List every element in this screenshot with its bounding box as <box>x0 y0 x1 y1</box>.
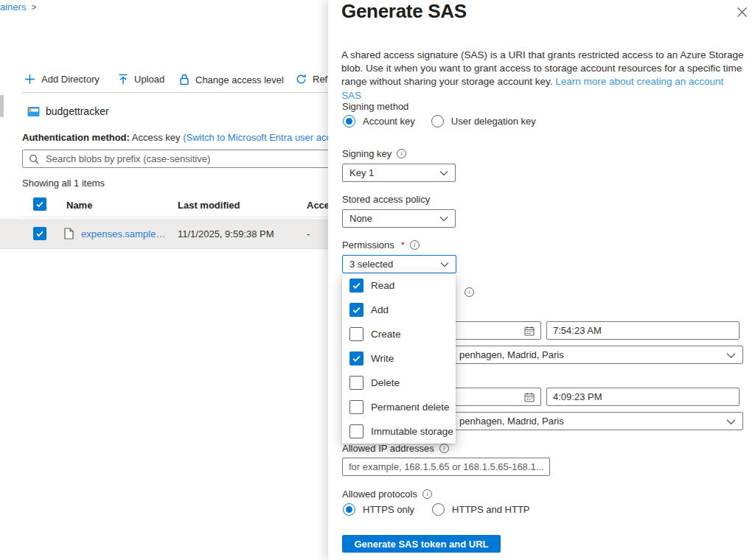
chevron-down-icon <box>726 352 736 359</box>
upload-button[interactable]: Upload <box>118 74 164 85</box>
upload-icon <box>118 74 128 85</box>
info-icon[interactable]: i <box>397 149 406 158</box>
auth-method-label: Authentication method: <box>22 132 130 143</box>
permission-option-delete[interactable]: Delete <box>342 371 456 395</box>
auth-method-value: Access key <box>132 132 181 143</box>
check-icon <box>352 305 361 315</box>
column-header-access[interactable]: Acce <box>307 200 328 211</box>
breadcrumb-containers-link[interactable]: ainers <box>0 1 26 13</box>
stored-access-policy-label: Stored access policy <box>342 194 430 205</box>
panel-title: Generate SAS <box>341 0 467 23</box>
calendar-icon[interactable] <box>524 326 535 336</box>
chevron-down-icon <box>439 216 448 222</box>
permission-option-label: Add <box>371 304 389 315</box>
permission-option-permanent-delete[interactable]: Permanent delete <box>342 395 456 419</box>
blob-search-input[interactable] <box>46 153 328 164</box>
allowed-protocols-label: Allowed protocols i <box>342 489 432 500</box>
info-icon[interactable]: i <box>439 444 449 453</box>
https-and-http-radio[interactable] <box>432 503 445 516</box>
signing-key-value: Key 1 <box>349 167 374 178</box>
change-access-level-label: Change access level <box>195 74 284 85</box>
column-header-last-modified[interactable]: Last modified <box>178 200 240 211</box>
container-name: budgettracker <box>46 105 109 117</box>
user-delegation-key-radio[interactable] <box>431 115 444 127</box>
delete-checkbox[interactable] <box>349 376 363 390</box>
chevron-down-icon <box>440 262 449 267</box>
pane-edge-scrollbar[interactable] <box>0 95 4 117</box>
allowed-ip-input[interactable] <box>342 458 550 476</box>
permanent-delete-checkbox[interactable] <box>349 400 363 414</box>
close-panel-button[interactable] <box>734 4 749 19</box>
permissions-label: Permissions* i <box>342 239 420 251</box>
breadcrumb-separator: > <box>31 2 36 13</box>
switch-auth-link[interactable]: (Switch to Microsoft Entra user acc <box>183 132 328 143</box>
https-only-radio[interactable] <box>343 503 355 516</box>
expiry-time-input[interactable] <box>546 388 740 406</box>
permission-option-create[interactable]: Create <box>342 322 456 346</box>
info-icon[interactable]: i <box>422 489 432 499</box>
account-key-radio[interactable] <box>343 115 355 127</box>
blob-search-box[interactable] <box>22 150 328 168</box>
row-checkbox[interactable] <box>33 227 46 240</box>
refresh-icon <box>296 74 307 85</box>
allowed-ip-label: Allowed IP addresses i <box>342 443 449 454</box>
blob-table-header: Name Last modified Acce <box>22 195 328 217</box>
signing-key-select[interactable]: Key 1 <box>342 164 456 182</box>
chevron-down-icon <box>439 170 448 176</box>
https-only-label: HTTPS only <box>363 504 414 515</box>
search-icon <box>29 154 39 164</box>
add-directory-label: Add Directory <box>41 74 100 85</box>
generate-sas-button[interactable]: Generate SAS token and URL <box>342 535 501 553</box>
add-directory-button[interactable]: Add Directory <box>24 74 100 85</box>
close-icon <box>737 7 748 18</box>
permissions-value: 3 selected <box>349 259 393 270</box>
https-and-http-label: HTTPS and HTTP <box>452 504 529 515</box>
stored-access-policy-select[interactable]: None <box>342 209 456 228</box>
permission-option-label: Read <box>371 280 394 291</box>
user-delegation-key-label: User delegation key <box>451 116 536 127</box>
write-checkbox[interactable] <box>349 351 363 365</box>
required-asterisk: * <box>401 239 405 251</box>
blob-file-icon <box>64 228 74 239</box>
check-icon <box>35 229 44 238</box>
immutable-storage-checkbox[interactable] <box>349 424 363 438</box>
signing-key-label-text: Signing key <box>342 148 392 159</box>
blob-name-link[interactable]: expenses.sample… <box>81 228 165 239</box>
refresh-button[interactable]: Ref <box>296 74 327 85</box>
start-time-input[interactable] <box>546 321 740 340</box>
select-all-checkbox[interactable] <box>33 197 46 211</box>
allowed-protocols-label-text: Allowed protocols <box>342 489 417 500</box>
blob-last-modified: 11/1/2025, 9:59:38 PM <box>178 228 274 239</box>
permissions-select[interactable]: 3 selected <box>342 255 456 273</box>
add-checkbox[interactable] <box>349 303 363 317</box>
check-icon <box>352 354 361 363</box>
breadcrumb: ainers> <box>0 1 36 13</box>
calendar-icon[interactable] <box>524 392 535 402</box>
permission-option-add[interactable]: Add <box>342 298 456 322</box>
blob-toolbar: Add Directory Upload Change access level… <box>0 74 328 91</box>
refresh-label: Ref <box>313 74 327 85</box>
signing-key-label: Signing key i <box>342 148 406 159</box>
create-checkbox[interactable] <box>349 327 363 341</box>
change-access-level-button[interactable]: Change access level <box>179 74 284 85</box>
info-icon[interactable]: i <box>410 240 420 250</box>
permission-option-write[interactable]: Write <box>342 346 456 371</box>
stored-access-policy-value: None <box>349 213 372 224</box>
column-header-name[interactable]: Name <box>66 200 92 211</box>
blob-access-tier: - <box>307 228 310 239</box>
signing-method-label: Signing method <box>342 101 408 112</box>
items-count-text: Showing all 1 items <box>22 178 105 189</box>
permission-option-immutable-storage[interactable]: Immutable storage <box>342 419 456 444</box>
blob-row[interactable]: expenses.sample… 11/1/2025, 9:59:38 PM - <box>0 219 328 249</box>
signing-method-radio-group: Account key User delegation key <box>343 115 536 127</box>
check-icon <box>352 281 361 290</box>
upload-label: Upload <box>134 74 164 85</box>
permission-option-read[interactable]: Read <box>342 273 456 298</box>
info-icon[interactable]: i <box>465 287 474 297</box>
authentication-method-line: Authentication method: Access key (Switc… <box>22 132 328 143</box>
permission-option-label: Permanent delete <box>371 402 450 413</box>
azure-portal-screen: ainers> Add Directory Upload Change acce… <box>0 0 755 560</box>
panel-description: A shared access signature (SAS) is a URI… <box>341 49 745 102</box>
container-title: budgettracker <box>27 105 109 117</box>
read-checkbox[interactable] <box>349 279 363 293</box>
